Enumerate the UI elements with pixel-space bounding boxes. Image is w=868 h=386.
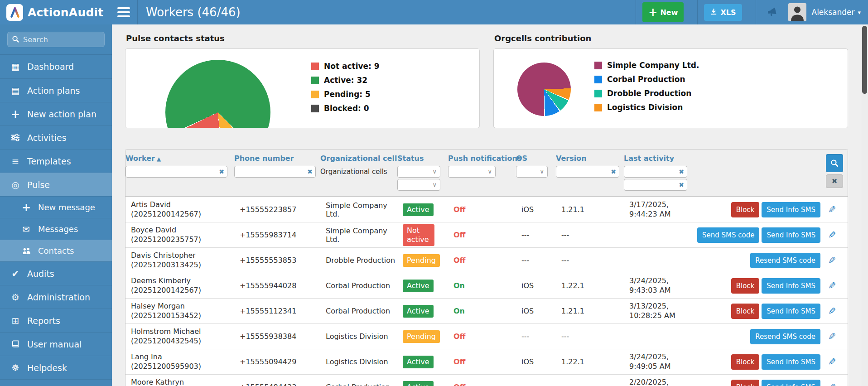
worker-filter-input[interactable] xyxy=(125,166,227,178)
worker-name: Artis David xyxy=(131,200,234,210)
send-info-sms-button[interactable]: Send Info SMS xyxy=(762,304,820,319)
status-filter-select-1[interactable]: ∨ xyxy=(397,166,440,178)
column-header-last-activity[interactable]: Last activity xyxy=(624,154,686,163)
sidebar-item-contacts[interactable]: Contacts xyxy=(0,240,112,261)
send-info-sms-button[interactable]: Send Info SMS xyxy=(762,227,820,243)
sidebar-toggle-icon[interactable] xyxy=(117,7,130,17)
block-button[interactable]: Block xyxy=(731,202,760,217)
status-badge: Not active xyxy=(403,224,434,246)
sidebar-item-helpdesk[interactable]: ☸ Helpdesk xyxy=(0,356,112,379)
edit-pencil-icon[interactable]: ✎ xyxy=(828,357,836,367)
version: --- xyxy=(561,332,629,341)
column-header-version[interactable]: Version xyxy=(556,154,618,163)
send-info-sms-button[interactable]: Send Info SMS xyxy=(762,202,820,217)
table-row: Moore Kathryn(20251200638495) +155554844… xyxy=(125,374,848,386)
edit-pencil-icon[interactable]: ✎ xyxy=(828,230,836,241)
org-cell: Simple Company Ltd. xyxy=(326,227,403,244)
table-header: Worker▲ ✖ Phone number ✖ Organizational … xyxy=(125,150,848,197)
announcements-megaphone-icon[interactable] xyxy=(766,7,778,18)
last-activity: 3/13/2025, 10:28:25 AM xyxy=(629,302,697,321)
block-button[interactable]: Block xyxy=(731,354,760,370)
table-search-button[interactable] xyxy=(826,154,843,172)
org-cell: Simple Company Ltd. xyxy=(326,201,403,218)
edit-pencil-icon[interactable]: ✎ xyxy=(828,382,836,386)
legend-swatch-logistics xyxy=(594,104,602,111)
version: --- xyxy=(561,231,629,239)
vertical-scrollbar[interactable] xyxy=(861,24,868,386)
table-reset-button[interactable]: ✖ xyxy=(826,174,843,188)
clear-icon[interactable]: ✖ xyxy=(679,168,684,176)
sidebar-item-audits[interactable]: ✔ Audits xyxy=(0,261,112,285)
push-filter-select[interactable]: ∨ xyxy=(448,166,496,178)
column-header-org-cell[interactable]: Organizational cell xyxy=(320,154,392,163)
column-header-status[interactable]: Status xyxy=(397,154,443,163)
legend-swatch-simple-company xyxy=(594,62,602,69)
block-button[interactable]: Block xyxy=(731,380,760,386)
last-activity: 2/20/2025, 10:10:13 AM xyxy=(629,378,697,386)
last-activity-to-input[interactable] xyxy=(624,179,687,191)
sidebar-item-administration[interactable]: ⚙ Administration xyxy=(0,285,112,309)
send-info-sms-button[interactable]: Send Info SMS xyxy=(762,354,820,370)
worker-id: (20251200595903) xyxy=(131,362,234,372)
send-info-sms-button[interactable]: Send Info SMS xyxy=(762,380,820,386)
phone-filter-input[interactable] xyxy=(234,166,316,178)
sidebar-item-templates[interactable]: ≡ Templates xyxy=(0,149,112,173)
clear-icon[interactable]: ✖ xyxy=(219,168,224,176)
phone: +15555983714 xyxy=(240,231,326,239)
edit-pencil-icon[interactable]: ✎ xyxy=(828,306,836,317)
sidebar-search-input[interactable] xyxy=(7,32,105,47)
clear-icon[interactable]: ✖ xyxy=(307,168,313,176)
sidebar-item-action-plans[interactable]: ▤ Action plans xyxy=(0,78,112,102)
clear-icon[interactable]: ✖ xyxy=(611,168,616,176)
edit-pencil-icon[interactable]: ✎ xyxy=(828,280,836,291)
brand[interactable]: ActionAudit xyxy=(0,4,112,21)
status-filter-select-2[interactable]: ∨ xyxy=(397,179,440,191)
user-menu[interactable]: Aleksander ▾ xyxy=(812,8,861,17)
sidebar-item-new-message[interactable]: + New message xyxy=(0,196,112,218)
sidebar-item-new-action-plan[interactable]: + New action plan xyxy=(0,102,112,125)
send-sms-code-button[interactable]: Send SMS code xyxy=(697,227,759,243)
resend-sms-code-button[interactable]: Resend SMS code xyxy=(750,329,820,344)
select-caret-icon: ∨ xyxy=(432,168,437,175)
os-filter-select[interactable]: ∨ xyxy=(516,166,548,178)
last-activity-from-input[interactable] xyxy=(624,166,687,178)
orgcells-chart-legend: Simple Company Ltd. Corbal Production Dr… xyxy=(594,61,699,117)
column-header-push[interactable]: Push notifications xyxy=(448,154,511,163)
sidebar-item-messages[interactable]: ✉ Messages xyxy=(0,218,112,240)
phone: +15555553853 xyxy=(240,256,326,265)
org-cell: Drobble Production xyxy=(326,256,403,265)
column-header-os[interactable]: OS xyxy=(516,154,550,163)
clear-icon[interactable]: ✖ xyxy=(679,181,684,189)
xls-export-button[interactable]: XLS xyxy=(704,4,742,21)
legend-label: Logistics Division xyxy=(607,103,683,112)
send-info-sms-button[interactable]: Send Info SMS xyxy=(762,278,820,294)
new-button[interactable]: + New xyxy=(642,2,684,22)
status-badge: Active xyxy=(403,356,434,368)
edit-pencil-icon[interactable]: ✎ xyxy=(828,255,836,266)
sidebar-item-user-manual[interactable]: User manual xyxy=(0,332,112,356)
edit-pencil-icon[interactable]: ✎ xyxy=(828,331,836,342)
sidebar-item-activities[interactable]: Activities xyxy=(0,125,112,149)
user-avatar[interactable] xyxy=(788,3,806,21)
pulse-chart-panel: Not active: 9 Active: 32 Pending: 5 Bloc… xyxy=(125,48,480,128)
page-title: Workers (46/46) xyxy=(138,5,241,19)
pulse-chart-legend: Not active: 9 Active: 32 Pending: 5 Bloc… xyxy=(311,62,380,118)
scrollbar-thumb[interactable] xyxy=(862,26,867,94)
sidebar-item-dashboard[interactable]: ▦ Dashboard xyxy=(0,55,112,78)
status-badge: Active xyxy=(403,203,434,216)
column-header-phone[interactable]: Phone number xyxy=(234,154,315,163)
resend-sms-code-button[interactable]: Resend SMS code xyxy=(750,253,820,268)
app-logo-icon xyxy=(6,4,23,21)
column-header-worker[interactable]: Worker▲ xyxy=(125,154,229,163)
header-divider xyxy=(636,0,636,24)
orgcells-filter-button[interactable]: Organizational cells xyxy=(320,166,392,176)
edit-pencil-icon[interactable]: ✎ xyxy=(828,204,836,215)
legend-label: Blocked: 0 xyxy=(324,104,369,113)
sidebar-item-reports[interactable]: ⊞ Reports xyxy=(0,309,112,332)
status-badge: Active xyxy=(403,280,434,292)
block-button[interactable]: Block xyxy=(731,304,760,319)
block-button[interactable]: Block xyxy=(731,278,760,294)
version-filter-input[interactable] xyxy=(556,166,619,178)
legend-label: Not active: 9 xyxy=(324,62,380,71)
sidebar-item-pulse[interactable]: ◎ Pulse xyxy=(0,173,112,196)
